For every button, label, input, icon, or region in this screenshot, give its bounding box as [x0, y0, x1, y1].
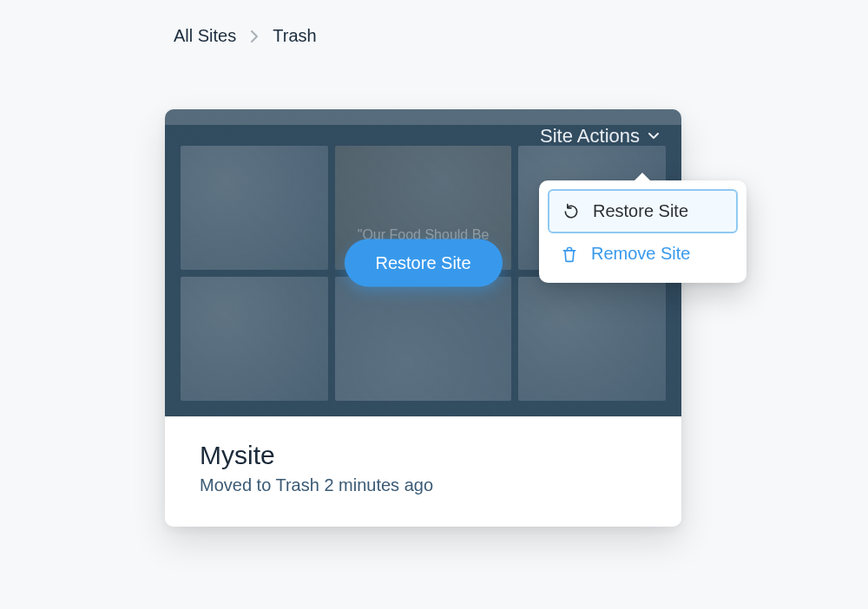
menu-item-label: Remove Site [591, 244, 691, 264]
chevron-down-icon [647, 125, 661, 147]
site-actions-menu: Restore Site Remove Site [539, 180, 746, 283]
site-name: Mysite [200, 441, 647, 470]
site-status-text: Moved to Trash 2 minutes ago [200, 475, 647, 495]
menu-item-label: Restore Site [593, 201, 688, 221]
chevron-right-icon [250, 29, 259, 43]
site-actions-dropdown-trigger[interactable]: Site Actions [540, 125, 661, 147]
breadcrumb-current: Trash [273, 26, 316, 46]
breadcrumb-root-link[interactable]: All Sites [174, 26, 236, 46]
restore-site-button[interactable]: Restore Site [344, 239, 502, 287]
site-actions-label: Site Actions [540, 125, 640, 147]
menu-item-remove-site[interactable]: Remove Site [548, 233, 738, 274]
undo-icon [562, 202, 581, 221]
site-card: "Our Food Should Be Our Medicine & Our S… [165, 109, 681, 527]
trash-icon [560, 245, 579, 264]
site-card-footer: Mysite Moved to Trash 2 minutes ago [165, 416, 681, 527]
menu-item-restore-site[interactable]: Restore Site [548, 189, 738, 233]
breadcrumb: All Sites Trash [174, 26, 317, 46]
